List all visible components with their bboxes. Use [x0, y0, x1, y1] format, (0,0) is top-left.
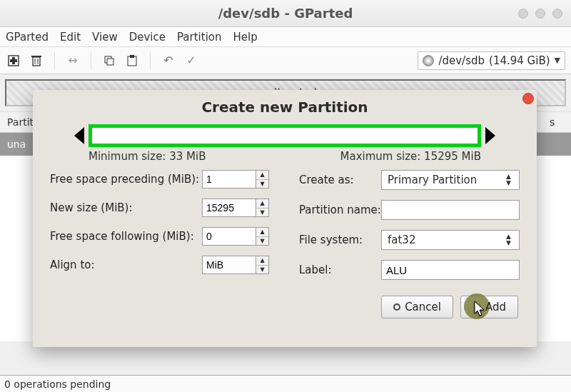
cancel-icon — [393, 303, 400, 311]
file-system-value: fat32 — [388, 233, 415, 246]
toolbar-separator — [54, 52, 55, 69]
menu-view[interactable]: View — [92, 31, 118, 44]
partition-name-input[interactable] — [381, 200, 520, 220]
label-file-system: File system: — [299, 233, 381, 246]
label-free-preceding: Free space preceding (MiB): — [50, 173, 202, 186]
free-preceding-spinner[interactable]: ▲▼ — [202, 170, 271, 189]
window-titlebar: /dev/sdb - GParted — [0, 0, 571, 27]
free-preceding-input[interactable] — [202, 170, 256, 189]
create-partition-dialog: Create new Partition Minimum size: 33 Mi… — [33, 90, 537, 347]
menu-help[interactable]: Help — [233, 31, 258, 44]
align-to-combo[interactable]: ▲▼ — [202, 256, 271, 274]
svg-rect-3 — [33, 57, 40, 66]
label-new-size: New size (MiB): — [50, 201, 202, 214]
disk-icon — [423, 55, 434, 66]
dialog-close-button[interactable] — [522, 93, 534, 104]
minimize-button[interactable] — [518, 9, 528, 19]
label-create-as: Create as: — [299, 174, 381, 186]
window-title: /dev/sdb - GParted — [218, 6, 353, 21]
window-controls — [518, 9, 562, 19]
combo-arrows[interactable]: ▲▼ — [506, 233, 516, 246]
combo-arrows[interactable]: ▲▼ — [256, 256, 269, 274]
svg-rect-8 — [107, 59, 113, 65]
svg-rect-4 — [31, 56, 41, 57]
device-size: (14.94 GiB) — [489, 54, 550, 67]
add-button[interactable]: Add — [460, 296, 518, 318]
form-right-column: Create as: Primary Partition ▲▼ Partitio… — [299, 170, 520, 280]
toolbar-separator — [150, 52, 151, 69]
slider-bar[interactable] — [89, 124, 481, 147]
add-label: Add — [485, 301, 506, 313]
new-size-input[interactable] — [202, 198, 256, 217]
menu-gparted[interactable]: GParted — [6, 31, 49, 44]
menu-bar: GParted Edit View Device Partition Help — [0, 27, 571, 47]
label-label: Label: — [299, 263, 381, 276]
cancel-button[interactable]: Cancel — [381, 296, 453, 318]
toolbar: ↔ ↶ ✓ /dev/sdb (14.94 GiB) ▼ — [0, 47, 571, 74]
label-partition-name: Partition name: — [299, 203, 381, 216]
size-limits: Minimum size: 33 MiB Maximum size: 15295… — [89, 150, 481, 163]
close-button[interactable] — [552, 9, 562, 19]
spinner-arrows[interactable]: ▲▼ — [256, 227, 269, 246]
free-following-spinner[interactable]: ▲▼ — [202, 227, 271, 246]
slider-handle-left[interactable] — [74, 127, 84, 144]
svg-rect-2 — [10, 59, 17, 62]
svg-rect-10 — [130, 55, 134, 58]
col-flags: s — [542, 116, 571, 128]
label-free-following: Free space following (MiB): — [50, 230, 202, 243]
cancel-label: Cancel — [405, 301, 441, 313]
create-as-value: Primary Partition — [388, 174, 477, 186]
dialog-form: Free space preceding (MiB): ▲▼ New size … — [46, 170, 524, 280]
align-to-value[interactable] — [202, 256, 256, 274]
apply-icon[interactable]: ✓ — [183, 53, 199, 69]
form-left-column: Free space preceding (MiB): ▲▼ New size … — [50, 170, 271, 280]
menu-partition[interactable]: Partition — [177, 31, 222, 44]
row-label: una — [7, 139, 26, 150]
new-size-spinner[interactable]: ▲▼ — [202, 198, 271, 217]
combo-arrows[interactable]: ▲▼ — [506, 174, 516, 186]
label-input[interactable] — [381, 260, 520, 280]
chevron-down-icon: ▼ — [555, 56, 560, 65]
toolbar-separator — [91, 52, 91, 69]
menu-device[interactable]: Device — [129, 31, 166, 44]
spinner-arrows[interactable]: ▲▼ — [256, 198, 269, 217]
paste-icon[interactable] — [124, 53, 140, 69]
status-bar: 0 operations pending — [0, 375, 571, 392]
label-align-to: Align to: — [50, 258, 202, 271]
free-following-input[interactable] — [202, 227, 256, 246]
max-size-label: Maximum size: 15295 MiB — [340, 150, 481, 163]
min-size-label: Minimum size: 33 MiB — [89, 150, 206, 163]
file-system-combo[interactable]: fat32 ▲▼ — [381, 230, 520, 250]
device-name: /dev/sdb — [438, 54, 485, 67]
undo-icon[interactable]: ↶ — [161, 53, 176, 69]
copy-icon[interactable] — [101, 53, 117, 69]
create-as-combo[interactable]: Primary Partition ▲▼ — [381, 170, 520, 190]
device-selector[interactable]: /dev/sdb (14.94 GiB) ▼ — [418, 51, 565, 70]
new-icon[interactable] — [6, 53, 21, 69]
dialog-actions: Cancel Add — [46, 296, 524, 318]
slider-handle-right[interactable] — [485, 127, 495, 144]
spinner-arrows[interactable]: ▲▼ — [256, 170, 269, 189]
dialog-title: Create new Partition — [46, 97, 524, 120]
resize-icon[interactable]: ↔ — [65, 53, 81, 69]
status-pending: 0 operations pending — [4, 378, 111, 390]
delete-icon[interactable] — [29, 53, 44, 69]
maximize-button[interactable] — [535, 9, 545, 19]
size-slider[interactable] — [89, 124, 481, 147]
menu-edit[interactable]: Edit — [60, 31, 81, 44]
